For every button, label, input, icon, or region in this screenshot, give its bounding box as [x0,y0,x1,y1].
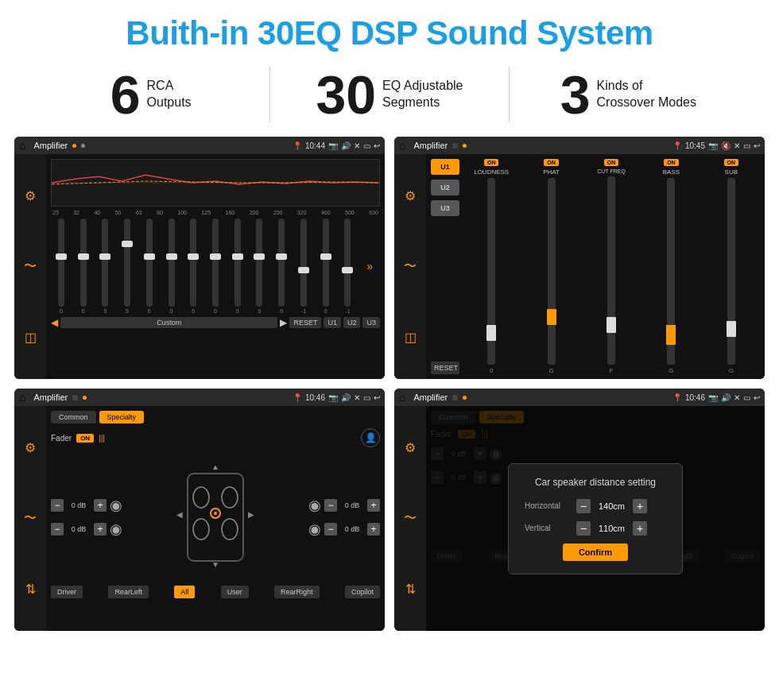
amp-speaker-icon[interactable]: ◫ [405,330,417,345]
fader-plus-1[interactable]: + [94,499,107,512]
fader-filter-icon[interactable]: ⚙ [25,440,36,455]
dialog-dot2 [463,396,467,400]
amp-on-sub[interactable]: ON [724,159,739,166]
eq-slider-9[interactable]: 0 [227,219,248,314]
eq-slider-4[interactable]: 5 [117,219,138,314]
fader-on-btn[interactable]: ON [76,434,94,443]
eq-u1-button[interactable]: U1 [324,317,341,328]
home-icon[interactable]: ⌂ [19,139,25,152]
fader-minus-3[interactable]: − [324,499,337,512]
fader-status-bar: ⌂ Amplifier 📍 10:46 📷 🔊 ✕ ▭ ↩ [14,389,385,406]
amp-slider-sub[interactable] [727,178,735,365]
eq-slider-12[interactable]: -1 [293,219,314,314]
dialog-volume-icon: 🔊 [721,393,731,402]
fader-back-icon[interactable]: ↩ [374,393,380,402]
amp-home-icon[interactable]: ⌂ [399,139,405,152]
amp-slider-phat[interactable] [548,178,556,365]
fader-plus-3[interactable]: + [367,499,380,512]
fader-main-area: Common Specialty Fader ON ||| 👤 − [46,406,385,631]
dialog-vertical-plus[interactable]: + [633,521,647,536]
dialog-confirm-button[interactable]: Confirm [563,543,628,561]
dialog-back-icon[interactable]: ↩ [754,393,760,402]
amp-back-icon[interactable]: ↩ [754,141,760,150]
page-title: Buith-in 30EQ DSP Sound System [0,0,779,60]
dialog-filter-icon[interactable]: ⚙ [405,440,416,455]
eq-prev-button[interactable]: ◀ [51,317,58,328]
amp-slider-cutfreq[interactable] [607,176,615,365]
fader-minus-2[interactable]: − [51,523,64,536]
fader-speaker-icon-3: ◉ [308,497,321,514]
eq-slider-6[interactable]: 0 [161,219,182,314]
eq-wave-icon[interactable]: 〜 [24,258,37,275]
eq-back-icon[interactable]: ↩ [374,141,380,150]
eq-slider-expand[interactable]: » [359,219,380,314]
fader-minus-1[interactable]: − [51,499,64,512]
eq-slider-2[interactable]: 0 [73,219,94,314]
fader-avatar-icon[interactable]: 👤 [361,428,380,447]
eq-slider-3[interactable]: 0 [95,219,115,314]
dialog-arrows-icon[interactable]: ⇅ [405,582,416,597]
amp-label-loudness: LOUDNESS [474,168,509,176]
dialog-screen-title: Amplifier [413,393,448,402]
btn-driver[interactable]: Driver [51,586,83,598]
dialog-home-icon[interactable]: ⌂ [399,391,405,404]
eq-slider-11[interactable]: 0 [271,219,292,314]
eq-u2-button[interactable]: U2 [343,317,361,328]
dialog-horizontal-value: 140cm [594,501,630,511]
btn-copilot[interactable]: Copilot [345,586,380,598]
amp-on-loudness[interactable]: ON [484,159,499,166]
fader-wave-icon[interactable]: 〜 [24,510,37,527]
amp-preset-u3[interactable]: U3 [431,200,459,216]
eq-reset-button[interactable]: RESET [289,317,321,328]
fader-plus-2[interactable]: + [94,523,107,536]
eq-slider-14[interactable]: -1 [338,219,358,314]
amp-slider-loudness[interactable] [487,178,495,365]
dialog-pin-icon: 📍 [672,393,682,402]
amp-preset-u1[interactable]: U1 [431,159,459,175]
eq-slider-10[interactable]: 0 [250,219,270,314]
dialog-horizontal-plus[interactable]: + [633,499,647,513]
amp-wave-icon[interactable]: 〜 [404,258,417,275]
btn-rearleft[interactable]: RearLeft [108,586,149,598]
svg-point-7 [222,519,238,540]
eq-slider-1[interactable]: 0 [51,219,72,314]
fader-speaker-icon-4: ◉ [308,520,321,538]
fader-home-icon[interactable]: ⌂ [19,391,25,404]
amp-on-cutfreq[interactable]: ON [604,159,619,166]
dialog-wave-icon[interactable]: 〜 [404,510,417,527]
fader-plus-4[interactable]: + [367,523,380,536]
btn-all[interactable]: All [174,586,195,598]
eq-speaker-icon[interactable]: ◫ [25,330,37,345]
eq-slider-7[interactable]: 0 [183,219,203,314]
eq-play-button[interactable]: ▶ [280,317,287,328]
amp-on-phat[interactable]: ON [544,159,559,166]
amp-preset-u2[interactable]: U2 [431,180,459,195]
tab-common[interactable]: Common [51,411,96,423]
eq-slider-5[interactable]: 0 [139,219,160,314]
dialog-vertical-minus[interactable]: − [576,521,591,536]
amp-dot1 [452,143,458,149]
eq-u3-button[interactable]: U3 [362,317,380,328]
fader-minus-4[interactable]: − [324,523,337,536]
amp-presets: U1 U2 U3 RESET [431,159,459,374]
fader-arrows-icon[interactable]: ⇅ [25,582,36,597]
btn-user[interactable]: User [221,586,249,598]
tab-specialty[interactable]: Specialty [99,411,145,423]
dialog-vertical-row: Vertical − 110cm + [525,521,666,536]
amp-on-bass[interactable]: ON [664,159,679,166]
btn-rearright[interactable]: RearRight [274,586,320,598]
amp-reset-button[interactable]: RESET [431,362,459,374]
eq-filter-icon[interactable]: ⚙ [25,188,36,203]
dialog-horizontal-minus[interactable]: − [576,499,591,513]
eq-sliders: 0 0 0 5 0 [51,219,380,314]
fader-db-value-1: 0 dB [67,501,91,509]
eq-slider-8[interactable]: 0 [205,219,226,314]
eq-slider-13[interactable]: 0 [316,219,336,314]
svg-text:▶: ▶ [248,510,254,519]
dialog-overlay: Car speaker distance setting Horizontal … [426,406,765,631]
amp-camera-icon: 📷 [708,141,718,150]
amp-channel-bass: ON BASS G [642,159,700,374]
eq-preset-custom[interactable]: Custom [60,317,277,328]
amp-slider-bass[interactable] [667,178,675,365]
amp-filter-icon[interactable]: ⚙ [405,188,416,203]
